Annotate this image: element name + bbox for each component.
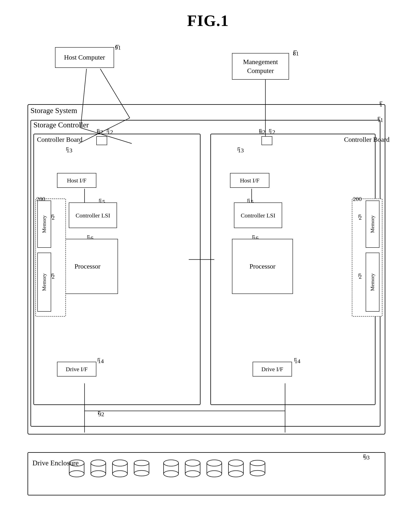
board-label-left: Controller Board: [37, 135, 82, 144]
memory-left-2: Memory: [37, 253, 51, 312]
svg-point-30: [164, 460, 179, 466]
svg-point-18: [91, 460, 106, 466]
disk-icon-1: [68, 459, 85, 479]
svg-point-42: [228, 460, 243, 466]
svg-point-14: [69, 460, 84, 466]
drive-if-left: Drive I/F: [57, 362, 96, 377]
svg-point-34: [185, 460, 200, 466]
svg-point-33: [164, 471, 179, 477]
port-right: [262, 136, 272, 145]
host-if-left: Host I/F: [57, 173, 96, 188]
memory-right-2: Memory: [366, 253, 379, 312]
svg-point-45: [228, 471, 243, 477]
svg-point-17: [69, 471, 84, 477]
host-computer-box: Host Computer: [55, 47, 114, 68]
ref-200-right: 200: [353, 196, 362, 202]
processor-left: Processor: [57, 239, 118, 294]
host-if-right: Host I/F: [230, 173, 269, 188]
svg-point-37: [185, 471, 200, 477]
diagram-container: Host Computer 91 Manegement Computer 81 …: [26, 43, 391, 515]
management-computer-label: Manegement Computer: [243, 57, 278, 75]
drive-if-right: Drive I/F: [253, 362, 292, 377]
disk-icon-3: [111, 459, 129, 479]
svg-point-38: [207, 460, 222, 466]
disk-icon-5: [162, 459, 180, 479]
disk-icon-2: [89, 459, 107, 479]
svg-point-29: [134, 470, 149, 476]
svg-point-41: [207, 471, 222, 477]
processor-right: Processor: [232, 239, 293, 294]
disk-icon-9: [249, 459, 266, 479]
controller-lsi-right: Controller LSI: [234, 202, 282, 228]
svg-point-21: [91, 471, 106, 477]
disk-icon-8: [227, 459, 245, 479]
disk-icon-6: [184, 459, 201, 479]
memory-left-1: Memory: [37, 200, 51, 248]
storage-controller-label: Storage Controller: [33, 121, 89, 129]
memory-right-1: Memory: [366, 200, 379, 248]
page-title: FIG.1: [0, 0, 416, 30]
svg-point-26: [134, 460, 149, 466]
svg-point-49: [250, 470, 265, 476]
controller-lsi-left: Controller LSI: [69, 202, 117, 228]
svg-point-46: [250, 460, 265, 466]
port-left: [96, 136, 107, 145]
svg-point-22: [113, 460, 127, 466]
svg-point-25: [113, 471, 127, 477]
management-computer-box: Manegement Computer: [232, 53, 289, 80]
storage-system-label: Storage System: [30, 106, 77, 115]
board-label-right: Controller Board: [344, 135, 389, 144]
disk-icon-4: [133, 459, 150, 479]
disks-container: [68, 459, 266, 479]
disk-icon-7: [206, 459, 223, 479]
host-computer-label: Host Computer: [64, 53, 105, 62]
